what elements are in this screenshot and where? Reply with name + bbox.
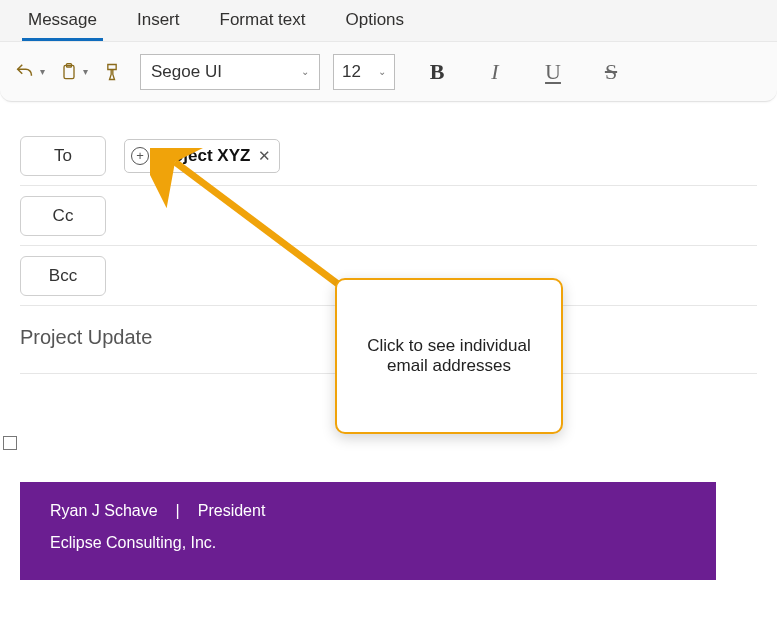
font-name-selector[interactable]: Segoe UI ⌄	[140, 54, 320, 90]
expand-group-icon[interactable]: +	[131, 147, 149, 165]
cc-button[interactable]: Cc	[20, 196, 106, 236]
tab-insert[interactable]: Insert	[117, 0, 200, 41]
signature-separator: |	[176, 502, 180, 520]
signature-company: Eclipse Consulting, Inc.	[50, 534, 216, 552]
recipient-chip[interactable]: + Project XYZ ✕	[124, 139, 280, 173]
tab-options[interactable]: Options	[325, 0, 424, 41]
cc-row: Cc	[20, 186, 757, 246]
undo-icon	[14, 61, 36, 83]
font-name-value: Segoe UI	[151, 62, 222, 82]
strikethrough-button[interactable]: S	[593, 54, 629, 90]
signature-line-1: Ryan J Schave | President	[50, 502, 686, 520]
font-group: Segoe UI ⌄ 12 ⌄	[140, 54, 395, 90]
to-button[interactable]: To	[20, 136, 106, 176]
ribbon-tabs: Message Insert Format text Options	[0, 0, 777, 42]
undo-button[interactable]: ▾	[14, 61, 45, 83]
chevron-down-icon: ▾	[83, 66, 88, 77]
italic-button[interactable]: I	[477, 54, 513, 90]
paintbrush-icon	[102, 61, 122, 83]
signature-block: Ryan J Schave | President Eclipse Consul…	[20, 482, 716, 580]
bold-button[interactable]: B	[419, 54, 455, 90]
tab-message[interactable]: Message	[8, 0, 117, 41]
font-size-selector[interactable]: 12 ⌄	[333, 54, 395, 90]
paste-button[interactable]: ▾	[59, 61, 88, 83]
format-painter-button[interactable]	[102, 61, 122, 83]
annotation-text: Click to see individual email addresses	[359, 336, 539, 376]
style-group: B I U S	[419, 54, 629, 90]
quick-tools-group: ▾ ▾	[14, 61, 122, 83]
chevron-down-icon: ⌄	[378, 66, 386, 77]
underline-button[interactable]: U	[535, 54, 571, 90]
chevron-down-icon: ⌄	[301, 66, 309, 77]
remove-recipient-icon[interactable]: ✕	[258, 147, 271, 165]
chevron-down-icon: ▾	[40, 66, 45, 77]
checkbox[interactable]	[3, 436, 17, 450]
font-size-value: 12	[342, 62, 361, 82]
clipboard-icon	[59, 61, 79, 83]
signature-title: President	[198, 502, 266, 520]
to-row: To + Project XYZ ✕	[20, 126, 757, 186]
recipient-chip-label: Project XYZ	[155, 146, 250, 166]
annotation-callout: Click to see individual email addresses	[335, 278, 563, 434]
signature-line-2: Eclipse Consulting, Inc.	[50, 534, 686, 552]
signature-name: Ryan J Schave	[50, 502, 158, 520]
formatting-toolbar: ▾ ▾ Segoe UI ⌄ 12 ⌄ B I U S	[0, 42, 777, 102]
bcc-button[interactable]: Bcc	[20, 256, 106, 296]
tab-format-text[interactable]: Format text	[200, 0, 326, 41]
